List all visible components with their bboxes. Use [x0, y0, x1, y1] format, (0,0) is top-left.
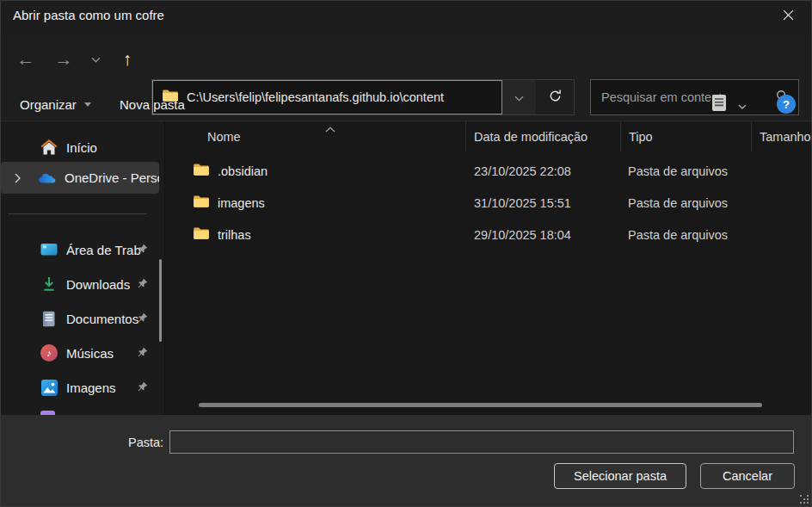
sidebar-item-desktop[interactable]: Área de Trab — [1, 236, 159, 263]
navigation-pane: Início OneDrive - Perso — [1, 121, 164, 415]
close-button[interactable] — [770, 3, 806, 30]
up-arrow-icon: ↑ — [123, 50, 132, 68]
sidebar-item-music[interactable]: ♪ Músicas — [1, 339, 159, 367]
sidebar-item-label: Downloads — [66, 277, 130, 292]
column-header-name[interactable]: Nome — [165, 121, 465, 151]
pin-icon — [137, 244, 148, 255]
file-type: Pasta de arquivos — [620, 228, 751, 242]
file-modified: 29/10/2025 18:04 — [465, 228, 620, 242]
folder-icon — [193, 195, 210, 211]
recent-locations-button[interactable] — [83, 39, 108, 78]
organize-button[interactable]: Organizar — [20, 87, 91, 121]
file-list: Nome Data de modificação Tipo Tamanho — [165, 121, 812, 415]
details-view-icon — [711, 94, 727, 114]
onedrive-cloud-icon — [39, 170, 56, 187]
desktop-icon — [40, 241, 58, 258]
file-name: trilhas — [218, 228, 251, 242]
sidebar-item-label: Músicas — [66, 346, 114, 361]
sidebar-item-label: OneDrive - Perso — [65, 170, 159, 185]
select-folder-button[interactable]: Selecionar pasta — [554, 463, 686, 489]
file-type: Pasta de arquivos — [620, 196, 751, 210]
sidebar-item-downloads[interactable]: Downloads — [1, 270, 159, 298]
caret-down-icon — [84, 102, 91, 107]
sidebar-item-documents[interactable]: Documentos — [1, 305, 159, 332]
back-button[interactable]: ← — [11, 39, 40, 78]
back-arrow-icon: ← — [17, 50, 35, 68]
sidebar-item-onedrive[interactable]: OneDrive - Perso — [1, 162, 159, 194]
column-header-row: Nome Data de modificação Tipo Tamanho — [165, 121, 812, 151]
forward-arrow-icon: → — [55, 50, 73, 68]
close-icon — [783, 9, 794, 24]
help-button[interactable]: ? — [777, 95, 796, 114]
title-bar[interactable]: Abrir pasta como um cofre — [1, 1, 812, 32]
organize-label: Organizar — [20, 97, 77, 112]
folder-field-label: Pasta: — [128, 436, 163, 449]
picture-icon — [40, 379, 58, 396]
file-row[interactable]: trilhas 29/10/2025 18:04 Pasta de arquiv… — [165, 219, 812, 250]
forward-button[interactable]: → — [49, 39, 78, 78]
open-vault-dialog: Abrir pasta como um cofre ← → ↑ — [0, 0, 812, 507]
view-mode-button[interactable] — [708, 87, 730, 121]
document-icon — [40, 310, 58, 327]
home-icon — [40, 139, 58, 156]
sidebar-item-label: Início — [66, 140, 97, 155]
sidebar-scrollbar[interactable] — [159, 259, 162, 342]
column-header-modified[interactable]: Data de modificação — [465, 121, 620, 151]
view-mode-dropdown[interactable] — [734, 87, 751, 121]
file-modified: 23/10/2025 22:08 — [465, 164, 620, 178]
music-note-icon: ♪ — [40, 344, 58, 362]
new-folder-label: Nova pasta — [120, 97, 185, 112]
sidebar-item-label: Documentos — [66, 312, 138, 326]
command-toolbar: Organizar Nova pasta ? — [1, 87, 812, 121]
chevron-right-icon[interactable] — [15, 173, 21, 183]
download-arrow-icon — [40, 275, 58, 293]
sort-ascending-icon — [325, 121, 335, 135]
file-modified: 31/10/2025 15:51 — [465, 196, 620, 210]
help-icon: ? — [783, 98, 790, 111]
folder-icon — [193, 163, 210, 179]
pin-icon — [137, 381, 148, 393]
sidebar-item-label: Imagens — [66, 380, 116, 395]
chevron-down-icon — [91, 51, 101, 66]
column-header-size[interactable]: Tamanho — [751, 121, 812, 151]
file-name: .obsidian — [218, 164, 268, 178]
resize-grip[interactable] — [800, 495, 809, 504]
chevron-down-icon — [738, 97, 747, 112]
pin-icon — [137, 312, 148, 324]
sidebar-item-label: Área de Trab — [66, 243, 141, 257]
horizontal-scrollbar[interactable] — [199, 403, 762, 407]
pin-icon — [137, 278, 148, 289]
sidebar-item-pictures[interactable]: Imagens — [1, 374, 159, 401]
dialog-footer: Pasta: Selecionar pasta Cancelar — [1, 415, 812, 507]
file-row[interactable]: imagens 31/10/2025 15:51 Pasta de arquiv… — [165, 187, 812, 219]
dialog-title: Abrir pasta como um cofre — [13, 8, 164, 22]
cancel-button[interactable]: Cancelar — [700, 463, 795, 489]
sidebar-item-home[interactable]: Início — [1, 133, 159, 161]
folder-icon — [193, 226, 210, 243]
folder-name-input[interactable] — [169, 430, 794, 454]
up-button[interactable]: ↑ — [113, 39, 142, 78]
navigation-bar: ← → ↑ C:\Users\felip\felipesantanafs.git… — [1, 39, 812, 78]
file-type: Pasta de arquivos — [620, 164, 751, 178]
new-folder-button[interactable]: Nova pasta — [120, 87, 185, 121]
file-row[interactable]: .obsidian 23/10/2025 22:08 Pasta de arqu… — [165, 155, 812, 187]
file-name: imagens — [218, 196, 265, 210]
pin-icon — [137, 347, 148, 358]
sidebar-divider — [8, 213, 147, 214]
column-header-type[interactable]: Tipo — [620, 121, 751, 151]
